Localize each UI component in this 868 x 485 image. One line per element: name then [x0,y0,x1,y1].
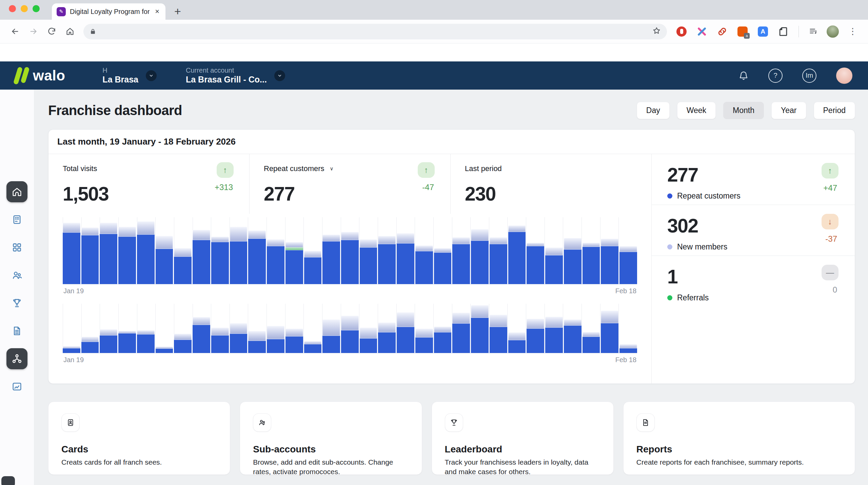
period-tab-year[interactable]: Year [771,102,806,119]
customers-icon [11,269,23,281]
chart-bar [63,304,80,353]
card-title: Cards [61,444,217,455]
corner-widget[interactable] [1,476,15,485]
back-button[interactable] [7,24,22,39]
tab-list-icon[interactable] [806,24,821,39]
sidebar-item-catalog[interactable] [6,237,27,258]
stat-delta: +313 [215,183,233,192]
stat-value: 230 [465,183,636,205]
side-stat-delta: +47 [823,183,837,193]
window-controls [9,0,40,20]
browser-menu-icon[interactable]: ⋮ [845,26,861,37]
group-selector[interactable]: H La Brasa [102,66,157,85]
chevron-down-icon[interactable] [274,70,285,81]
legend-dot-lavender [667,244,672,249]
chart-axis-labels: Jan 19 Feb 18 [63,356,636,364]
period-tab-week[interactable]: Week [677,102,716,119]
bookmark-star-icon[interactable] [652,26,661,36]
axis-end-label: Feb 18 [615,287,636,295]
stat-label: Last period [465,164,502,173]
notifications-bell-icon[interactable] [738,71,749,81]
chart-bar [100,217,117,284]
close-window-button[interactable] [9,5,16,12]
trend-badge: ↑ [822,163,839,179]
forward-button[interactable] [26,24,41,39]
extension-adblock-icon[interactable] [676,26,687,37]
reload-button[interactable] [44,24,59,39]
extension-x-icon[interactable] [696,26,708,37]
extension-link-icon[interactable] [716,26,728,37]
chart-bar [434,217,452,284]
tab-favicon-icon: ✎ [57,7,66,16]
sidebar-item-transactions[interactable] [6,209,27,230]
chart-bar [118,304,136,353]
account-selector[interactable]: Current account La Brasa Grill - Co... [186,66,285,85]
extensions-puzzle-icon[interactable] [777,26,789,37]
main-content: Franchise dashboard Day Week Month Year … [34,90,868,485]
walo-logo[interactable]: walo [16,67,65,85]
chart-bar [81,217,99,284]
trend-badge: — [822,265,839,280]
chart-bar [452,217,470,284]
extension-translate-icon[interactable]: A [757,26,769,37]
card-reports[interactable]: Reports Create reports for each franchis… [623,402,855,475]
network-icon [11,353,23,365]
chart-bar [378,217,396,284]
app-navbar: walo H La Brasa Current account La Brasa… [0,61,868,90]
browser-tab-strip: ✎ Digital Loyalty Program for P × + [0,0,868,20]
card-title: Leaderboard [445,444,600,455]
sidebar-item-customers[interactable] [6,265,27,286]
page-top-whitespace [0,43,868,61]
chart-bar [415,304,433,353]
sidebar-item-media[interactable] [6,376,27,397]
browser-profile-avatar[interactable] [827,25,839,38]
chart-bar [118,217,136,284]
side-stat-value: 1 [667,265,839,288]
chart-bar [583,304,600,353]
group-label: H [102,66,138,74]
chart-bar [304,304,322,353]
card-title: Reports [636,444,842,455]
user-avatar[interactable] [836,68,852,84]
side-stat-label: Repeat customers [677,191,741,201]
chart-bar [397,217,414,284]
sidebar-item-documents[interactable] [6,320,27,341]
trend-badge: ↑ [217,162,234,178]
chart-bar [304,217,322,284]
zoom-window-button[interactable] [33,5,40,12]
sidebar-item-franchise-network[interactable] [6,348,27,369]
sidebar-item-home[interactable] [6,181,27,202]
arrow-down-icon: ↓ [828,217,832,226]
stat-label: Total visits [63,164,97,173]
card-sub-accounts[interactable]: Sub-accounts Browse, add and edit sub-ac… [240,402,422,475]
tab-close-icon[interactable]: × [154,7,161,16]
extension-orange-icon[interactable]: a [737,26,748,37]
walo-logo-icon [16,67,27,85]
chart-bar [100,304,117,353]
home-icon [11,186,23,198]
legend-dot-green [667,295,672,300]
card-leaderboard[interactable]: Leaderboard Track your franchisess leade… [432,402,614,475]
chevron-down-icon[interactable]: ∨ [330,166,334,172]
period-tab-month[interactable]: Month [723,102,764,119]
receipt-icon [11,214,23,225]
home-button[interactable] [62,24,77,39]
browser-tab[interactable]: ✎ Digital Loyalty Program for P × [52,3,165,20]
chevron-down-icon[interactable] [146,70,157,81]
chart-bar [564,217,581,284]
tab-title: Digital Loyalty Program for P [70,8,150,16]
chart-bar [508,304,526,353]
address-bar[interactable] [83,24,667,39]
help-icon[interactable]: ? [768,69,783,83]
period-tab-period[interactable]: Period [814,102,855,119]
sidebar-item-leaderboard[interactable] [6,293,27,314]
side-stat-value: 277 [667,164,839,186]
new-tab-button[interactable]: + [174,5,181,17]
minimize-window-button[interactable] [21,5,28,12]
trophy-icon [11,297,23,309]
period-tab-day[interactable]: Day [637,102,670,119]
card-cards[interactable]: Cards Creats cards for all franch sees. [48,402,230,475]
stat-value: 277 [264,183,435,205]
group-name: La Brasa [102,74,138,85]
language-icon[interactable]: Im [802,69,816,83]
